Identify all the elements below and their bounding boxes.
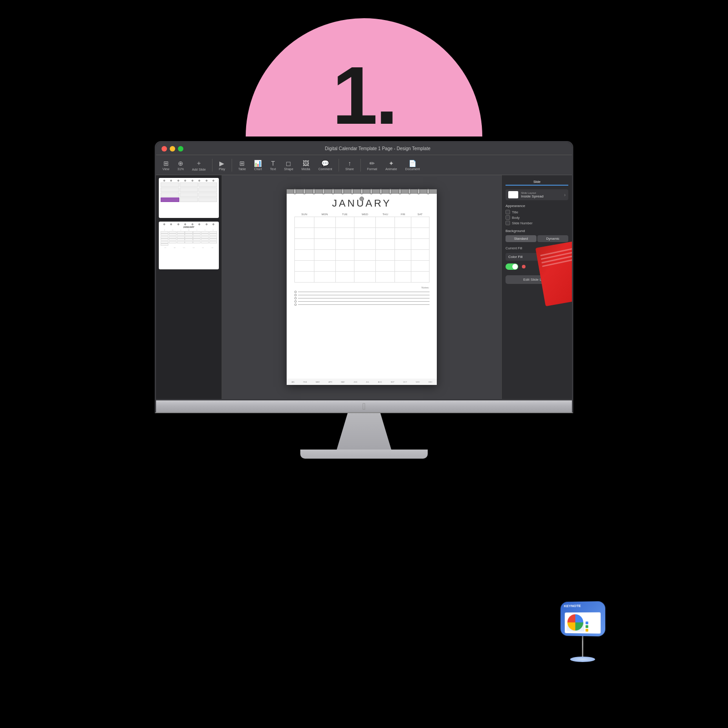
minimize-button[interactable] <box>170 146 175 152</box>
toolbar-item-document[interactable]: 📄 Document <box>403 158 423 172</box>
checkbox-slide-number[interactable] <box>506 221 510 225</box>
calendar-hole <box>359 197 364 201</box>
cal-cell <box>354 250 376 261</box>
toolbar-item-comment[interactable]: 💬 Comment <box>316 158 335 172</box>
toolbar-item-chart[interactable]: 📊 Chart <box>251 158 264 172</box>
toolbar-item-share[interactable]: ↑ Share <box>343 158 357 172</box>
toolbar-divider-2 <box>232 159 232 172</box>
apple-logo-icon:  <box>362 401 365 412</box>
cell <box>180 197 198 202</box>
cal-cell <box>314 228 335 239</box>
slide-layout-thumbnail <box>508 191 518 198</box>
cal-cell <box>395 261 411 272</box>
cal-cell <box>185 238 192 241</box>
close-button[interactable] <box>162 146 167 152</box>
notes-circle <box>294 300 297 303</box>
slide-thumbnail-3[interactable]: 3 <box>159 178 219 218</box>
slide-thumb-inner-4: JANUARY S M T W T F S <box>159 222 219 269</box>
cal-cell <box>335 272 354 283</box>
fullscreen-button[interactable] <box>178 146 183 152</box>
slide-thumbnail-4[interactable]: 4 <box>159 222 219 269</box>
cal-cell <box>335 250 354 261</box>
toolbar-item-shape[interactable]: ◻ Shape <box>281 158 296 172</box>
cal-cell <box>209 236 217 238</box>
toolbar-item-view[interactable]: ⊞ View <box>160 158 172 172</box>
slide-thumb-4[interactable]: JANUARY S M T W T F S <box>159 222 219 269</box>
toolbar-item-table[interactable]: ⊞ Table <box>236 158 249 172</box>
format-label: Format <box>367 167 377 171</box>
cal-cell <box>395 228 411 239</box>
background-dynamic-button[interactable]: Dynamic <box>537 235 568 242</box>
cal-cell <box>395 272 411 283</box>
binding-ring <box>427 189 430 194</box>
cell <box>161 187 179 192</box>
checkbox-row-slide-number: Slide Number <box>506 221 568 225</box>
calendar-binding-bar <box>287 189 437 194</box>
cal-cell <box>314 239 335 250</box>
legend-color <box>586 625 588 628</box>
slide-canvas: JANUARY SUN MON TUE WED THU FRI <box>287 189 437 385</box>
cal-cell <box>375 239 394 250</box>
slide-layout-section[interactable]: Slide Layout Inside Spread › <box>506 189 568 200</box>
legend-item <box>586 622 588 624</box>
cal-cell <box>177 238 185 241</box>
toolbar-divider-3 <box>339 159 339 172</box>
background-standard-button[interactable]: Standard <box>506 235 536 242</box>
checkbox-title[interactable] <box>506 210 510 214</box>
day-header-fri: FRI <box>395 212 411 217</box>
slide-thumb-3[interactable] <box>159 178 219 218</box>
animate-icon: ✦ <box>389 160 394 167</box>
view-icon: ⊞ <box>163 160 169 167</box>
toolbar-item-add-slide[interactable]: ＋ Add Slide <box>189 158 208 172</box>
keynote-stand-pole <box>582 636 583 657</box>
keynote-book-cover: KEYNOTE <box>561 601 606 637</box>
toolbar-item-animate[interactable]: ✦ Animate <box>383 158 400 172</box>
month-label: APR <box>192 247 194 248</box>
background-toggle[interactable] <box>506 263 518 270</box>
calendar-table: SUN MON TUE WED THU FRI SAT <box>294 212 430 283</box>
slide-4-calendar-grid: S M T W T F S <box>161 229 217 246</box>
binding-ring <box>360 189 363 194</box>
background-mode-buttons: Standard Dynamic <box>506 235 568 242</box>
notes-circle <box>294 303 297 306</box>
notes-line-5 <box>294 303 430 306</box>
toolbar-item-media[interactable]: 🖼 Media <box>299 158 313 172</box>
legend-color <box>586 629 588 632</box>
share-icon: ↑ <box>348 160 351 167</box>
keynote-app-icon: KEYNOTE <box>560 602 605 662</box>
cal-cell <box>209 233 217 236</box>
cal-cell <box>161 236 168 238</box>
year-month-may: MAY <box>341 381 344 383</box>
binding-ring <box>313 189 315 194</box>
year-month-nov: NOV <box>416 381 420 383</box>
toolbar-item-zoom[interactable]: ⊕ 31% <box>175 158 187 172</box>
cell <box>161 182 179 187</box>
shape-icon: ◻ <box>286 160 291 167</box>
ring <box>177 223 179 225</box>
slide-3-grid <box>161 182 217 202</box>
main-area: 3 <box>156 175 572 399</box>
cal-cell <box>314 272 335 283</box>
toolbar-item-format[interactable]: ✏ Format <box>364 158 380 172</box>
imac-stand-top <box>337 413 391 450</box>
toolbar-item-text[interactable]: T Text <box>268 158 279 172</box>
cal-cell <box>375 250 394 261</box>
tab-slide[interactable]: Slide <box>506 179 568 186</box>
cell <box>161 192 179 197</box>
cal-cell <box>375 217 394 228</box>
logo-container: 1. <box>246 9 482 136</box>
document-icon: 📄 <box>409 160 416 167</box>
toolbar-item-play[interactable]: ▶ Play <box>216 158 228 172</box>
cal-cell <box>177 231 185 233</box>
notes-rule <box>298 295 430 295</box>
cal-cell <box>354 239 376 250</box>
format-icon: ✏ <box>369 160 375 167</box>
checkbox-body[interactable] <box>506 215 510 220</box>
table-label: Table <box>238 167 246 171</box>
month-label: JAN <box>164 247 166 248</box>
cal-cell <box>411 272 429 283</box>
chart-icon: 📊 <box>254 160 262 167</box>
slide-panel: 3 <box>156 175 222 399</box>
appearance-section: Appearance Title Body Slide Number <box>506 204 568 225</box>
cal-cell <box>169 238 177 241</box>
